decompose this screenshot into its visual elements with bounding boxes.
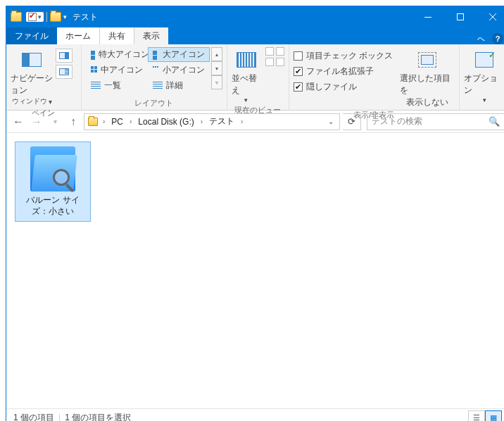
chevron-right-icon[interactable]: ›: [127, 118, 134, 125]
window-title: テスト: [73, 11, 98, 23]
add-columns-button[interactable]: [265, 47, 274, 56]
status-selected-count: 1 個の項目を選択: [65, 412, 131, 422]
separator: [46, 12, 47, 22]
layout-extra-large[interactable]: 特大アイコン: [86, 47, 148, 62]
chevron-right-icon[interactable]: ›: [238, 118, 246, 125]
titlebar: ▾ ▾ テスト: [6, 6, 504, 27]
layout-list[interactable]: 一覧: [86, 78, 148, 93]
window-controls: [412, 6, 504, 27]
layout-column-1: 特大アイコン 中アイコン 一覧: [86, 47, 148, 93]
address-dropdown-icon[interactable]: ⌄: [324, 118, 338, 125]
navigation-bar: ← → ▾ ↑ › PC › Local Disk (G:) › テスト › ⌄…: [6, 111, 504, 133]
ribbon-group-layout: 特大アイコン 中アイコン 一覧 大アイコン 小アイコン 詳細 ▴ ▾ ▿ レイア…: [82, 44, 227, 110]
tab-file[interactable]: ファイル: [6, 27, 57, 44]
minimize-button[interactable]: [412, 6, 444, 27]
explorer-window: ▾ ▾ テスト ファイル ホーム 共有 表示 ヘ ? ナビゲーシ: [6, 6, 504, 421]
navigation-pane-button[interactable]: ナビゲーション ウィンドウ▾: [11, 47, 53, 106]
group-by-button[interactable]: [276, 47, 284, 56]
recent-locations-button[interactable]: ▾: [47, 114, 63, 130]
breadcrumb-folder[interactable]: テスト: [206, 114, 238, 130]
folder-search-icon: [30, 146, 75, 191]
refresh-button[interactable]: ⟳: [343, 113, 361, 130]
nav-label-1: ナビゲーション: [11, 73, 53, 96]
folder-icon: [50, 12, 61, 22]
ribbon-group-current-view: 並べ替え ▾ 現在のビュー: [227, 44, 289, 110]
hidden-files-toggle[interactable]: ✔隠しファイル: [294, 80, 393, 94]
tabrow-right: ヘ ?: [477, 33, 504, 44]
sort-button[interactable]: 並べ替え ▾: [232, 47, 261, 103]
folder-icon: [11, 12, 22, 22]
layout-medium[interactable]: 中アイコン: [86, 63, 148, 77]
options-icon: [475, 52, 493, 68]
layout-scroll-down[interactable]: ▾: [211, 61, 222, 75]
help-icon[interactable]: ?: [492, 33, 503, 44]
options-button[interactable]: オプション ▾: [464, 47, 504, 103]
separator: |: [58, 413, 61, 421]
hide-icon: [418, 52, 436, 68]
hide-selected-button[interactable]: 選択した項目を 表示しない: [400, 47, 455, 108]
status-item-count: 1 個の項目: [13, 412, 54, 422]
layout-column-2: 大アイコン 小アイコン 詳細: [148, 47, 210, 93]
file-extensions-toggle[interactable]: ✔ファイル名拡張子: [294, 64, 393, 78]
folder-icon: [88, 118, 98, 126]
layout-scroll: ▴ ▾ ▿: [211, 47, 222, 89]
back-button[interactable]: ←: [11, 114, 26, 130]
chevron-right-icon[interactable]: ›: [198, 118, 206, 125]
ribbon: ナビゲーション ウィンドウ▾ ペイン 特大アイコン 中アイコン 一覧 大アイコン: [6, 44, 504, 111]
ribbon-group-show-hide: 項目チェック ボックス ✔ファイル名拡張子 ✔隠しファイル 選択した項目を 表示…: [289, 44, 460, 110]
forward-button[interactable]: →: [29, 114, 44, 130]
up-button[interactable]: ↑: [65, 114, 81, 130]
nav-label-2: ウィンドウ: [12, 96, 47, 106]
layout-scroll-up[interactable]: ▴: [211, 47, 222, 61]
qat-properties-icon[interactable]: [28, 13, 37, 21]
chevron-down-icon: ▾: [244, 96, 248, 103]
svg-rect-1: [458, 14, 464, 20]
maximize-button[interactable]: [444, 6, 477, 27]
title-dropdown-icon[interactable]: ▾: [63, 13, 67, 20]
breadcrumb-drive[interactable]: Local Disk (G:): [134, 114, 197, 130]
collapse-ribbon-icon[interactable]: ヘ: [477, 34, 485, 44]
quick-access-toolbar: ▾: [26, 12, 44, 22]
layout-details[interactable]: 詳細: [148, 78, 210, 93]
sort-icon: [237, 52, 256, 68]
view-switcher: ☰ ▦: [468, 410, 502, 421]
details-pane-button[interactable]: [56, 65, 73, 79]
details-view-button[interactable]: ☰: [468, 410, 485, 421]
group-label-layout: レイアウト: [86, 96, 222, 110]
ribbon-tabs: ファイル ホーム 共有 表示 ヘ ?: [6, 27, 504, 44]
navigation-pane-icon: [22, 53, 42, 67]
tab-share[interactable]: 共有: [100, 27, 134, 44]
tab-view[interactable]: 表示: [134, 27, 168, 44]
autosize-button[interactable]: [276, 58, 284, 66]
chevron-right-icon[interactable]: ›: [100, 118, 108, 125]
titlebar-left: ▾ ▾: [6, 12, 67, 22]
search-icon: 🔍: [489, 116, 500, 127]
search-input[interactable]: テストの検索 🔍: [367, 113, 504, 130]
qat-dropdown-icon[interactable]: ▾: [38, 13, 42, 20]
tab-home[interactable]: ホーム: [57, 27, 100, 44]
close-button[interactable]: [477, 6, 504, 27]
address-bar[interactable]: › PC › Local Disk (G:) › テスト › ⌄: [84, 113, 340, 130]
layout-large[interactable]: 大アイコン: [148, 47, 210, 62]
layout-more-button[interactable]: ▿: [211, 75, 222, 89]
size-columns-button[interactable]: [265, 58, 274, 66]
view-mini-buttons: [265, 47, 284, 66]
ribbon-group-panes: ナビゲーション ウィンドウ▾ ペイン: [6, 44, 82, 110]
list-item[interactable]: バルーン サイズ：小さい: [15, 142, 91, 222]
breadcrumb-pc[interactable]: PC: [108, 114, 127, 130]
preview-pane-button[interactable]: [56, 49, 73, 63]
chevron-down-icon: ▾: [483, 96, 486, 103]
ribbon-group-options: オプション ▾: [460, 44, 504, 110]
file-list[interactable]: バルーン サイズ：小さい: [6, 133, 504, 409]
search-placeholder: テストの検索: [372, 115, 422, 127]
layout-small[interactable]: 小アイコン: [148, 63, 210, 77]
svg-rect-0: [424, 17, 431, 18]
status-bar: 1 個の項目 | 1 個の項目を選択 ☰ ▦: [6, 409, 504, 421]
chevron-down-icon: ▾: [49, 98, 52, 106]
item-checkboxes-toggle[interactable]: 項目チェック ボックス: [294, 49, 393, 63]
item-label: バルーン サイズ：小さい: [18, 194, 87, 217]
large-icons-view-button[interactable]: ▦: [485, 410, 502, 421]
